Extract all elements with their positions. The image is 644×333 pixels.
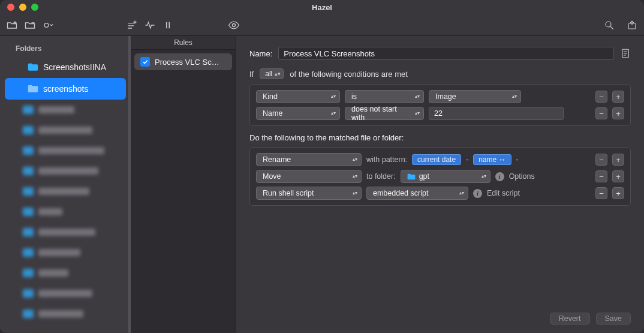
pattern-separator: -	[515, 155, 520, 164]
rule-editor: Name: If all ▴▾ of the following conditi…	[236, 36, 644, 333]
info-icon[interactable]: i	[473, 189, 482, 198]
save-button[interactable]: Save	[596, 313, 631, 325]
condition-value-select[interactable]: Image▴▾	[429, 90, 521, 103]
action-row-rename: Rename▴▾ with pattern: current date - na…	[254, 151, 627, 168]
add-condition-button[interactable]: +	[612, 107, 624, 119]
action-mid-label: to folder:	[366, 172, 396, 181]
destination-folder-select[interactable]: gpt ▴▾	[401, 170, 490, 183]
preview-eye-icon[interactable]	[228, 19, 240, 31]
svg-point-3	[44, 23, 49, 27]
rule-label: Process VLC Sc…	[155, 58, 219, 67]
remove-action-button[interactable]: −	[595, 187, 607, 199]
add-action-button[interactable]: +	[612, 187, 624, 199]
actions-box: Rename▴▾ with pattern: current date - na…	[249, 147, 631, 206]
folder-item-blurred[interactable]	[0, 100, 131, 120]
folder-item-blurred[interactable]	[0, 304, 131, 324]
svg-line-13	[610, 26, 613, 29]
if-suffix: of the following conditions are met	[290, 70, 408, 79]
folder-item-screenshotsiina[interactable]: ScreenshotsIINA	[5, 56, 126, 78]
folder-item-blurred[interactable]	[0, 242, 131, 263]
conditions-box: Kind▴▾ is▴▾ Image▴▾ − + Name▴▾ does not …	[249, 84, 631, 126]
action-mid-label: with pattern:	[366, 155, 407, 164]
actions-header: Do the following to the matched file or …	[249, 133, 631, 142]
folder-label: screenshots	[43, 84, 88, 94]
condition-attribute-select[interactable]: Name▴▾	[256, 107, 340, 120]
main-area: Folders ScreenshotsIINA screenshots Rule…	[0, 36, 644, 333]
folders-header: Folders	[0, 41, 131, 56]
rule-item[interactable]: Process VLC Sc…	[134, 53, 232, 70]
window-controls	[7, 4, 38, 11]
folder-item-blurred[interactable]	[0, 222, 131, 242]
pause-icon[interactable]	[162, 19, 174, 31]
rules-list-icon[interactable]	[126, 19, 138, 31]
folder-item-blurred[interactable]	[0, 263, 131, 283]
folder-item-blurred[interactable]	[0, 181, 131, 202]
folder-item-blurred[interactable]	[0, 202, 131, 222]
minimize-window-button[interactable]	[19, 4, 26, 11]
condition-attribute-select[interactable]: Kind▴▾	[256, 90, 340, 103]
rules-list: Rules Process VLC Sc…	[131, 36, 236, 333]
settings-menu-icon[interactable]	[42, 19, 54, 31]
remove-folder-icon[interactable]	[24, 19, 36, 31]
pattern-separator: -	[465, 155, 470, 164]
notes-icon[interactable]	[620, 48, 631, 59]
condition-operator-select[interactable]: does not start with▴▾	[345, 107, 424, 120]
folder-item-blurred[interactable]	[0, 120, 131, 140]
action-type-select[interactable]: Run shell script▴▾	[256, 187, 362, 200]
close-window-button[interactable]	[7, 4, 14, 11]
add-action-button[interactable]: +	[612, 170, 624, 182]
share-export-icon[interactable]	[626, 19, 638, 31]
pattern-token[interactable]: name ↔	[473, 154, 511, 165]
titlebar: Hazel	[0, 0, 644, 14]
action-row-move: Move▴▾ to folder: gpt ▴▾ i Options − +	[254, 168, 627, 185]
folder-item-blurred[interactable]	[0, 283, 131, 304]
remove-condition-button[interactable]: −	[595, 107, 607, 119]
script-select[interactable]: embedded script▴▾	[366, 187, 468, 200]
folders-sidebar: Folders ScreenshotsIINA screenshots	[0, 36, 131, 333]
match-scope-select[interactable]: all ▴▾	[260, 68, 284, 79]
activity-icon[interactable]	[144, 19, 156, 31]
folder-icon	[28, 85, 38, 93]
condition-value-input[interactable]	[429, 107, 564, 120]
rule-enabled-checkbox[interactable]	[140, 57, 150, 67]
remove-condition-button[interactable]: −	[595, 91, 607, 103]
rules-header: Rules	[131, 36, 236, 50]
name-label: Name:	[249, 49, 272, 58]
action-type-select[interactable]: Move▴▾	[256, 170, 362, 183]
toolbar	[0, 14, 644, 36]
window-title: Hazel	[0, 3, 644, 12]
editor-buttons: Revert Save	[550, 313, 631, 325]
edit-script-link[interactable]: Edit script	[487, 189, 520, 197]
folder-label: ScreenshotsIINA	[43, 62, 106, 72]
folder-icon	[407, 173, 416, 180]
options-link[interactable]: Options	[509, 172, 535, 181]
rename-pattern[interactable]: current date - name ↔ -	[412, 154, 519, 165]
condition-row: Kind▴▾ is▴▾ Image▴▾ − +	[254, 88, 627, 105]
add-folder-icon[interactable]	[6, 19, 18, 31]
add-condition-button[interactable]: +	[612, 91, 624, 103]
rule-name-input[interactable]	[278, 47, 614, 60]
if-label: If	[249, 70, 254, 79]
zoom-window-button[interactable]	[31, 4, 38, 11]
chevron-updown-icon: ▴▾	[275, 71, 281, 77]
svg-point-12	[606, 22, 611, 27]
remove-action-button[interactable]: −	[595, 154, 607, 166]
condition-operator-select[interactable]: is▴▾	[345, 90, 424, 103]
folder-item-blurred[interactable]	[0, 140, 131, 161]
condition-row: Name▴▾ does not start with▴▾ − +	[254, 105, 627, 122]
add-action-button[interactable]: +	[612, 154, 624, 166]
folder-item-screenshots[interactable]: screenshots	[5, 78, 126, 100]
remove-action-button[interactable]: −	[595, 170, 607, 182]
action-row-shell: Run shell script▴▾ embedded script▴▾ i E…	[254, 185, 627, 202]
folder-icon	[28, 63, 38, 71]
revert-button[interactable]: Revert	[550, 313, 590, 325]
svg-point-11	[233, 23, 236, 26]
info-icon[interactable]: i	[495, 172, 504, 181]
search-icon[interactable]	[603, 19, 615, 31]
folder-item-blurred[interactable]	[0, 161, 131, 181]
action-type-select[interactable]: Rename▴▾	[256, 153, 362, 166]
pattern-token[interactable]: current date	[412, 154, 461, 165]
